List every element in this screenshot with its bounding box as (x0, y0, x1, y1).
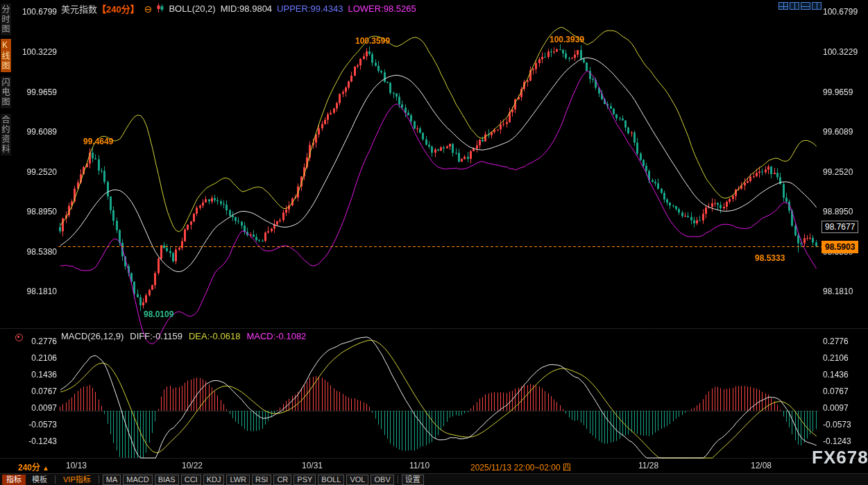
sidebar-item-contract-info[interactable]: 合约资料 (1, 114, 11, 155)
toolbar-btn-cr[interactable]: CR (273, 475, 291, 485)
macd-axis-label: 0.1436 (19, 370, 57, 380)
toolbar-separator (398, 475, 398, 484)
price-tag-current: 98.5903 (822, 241, 858, 253)
macd-axis-label: -0.0573 (19, 420, 57, 429)
macd-axis-label: 0.0097 (823, 403, 866, 413)
x-axis-label: 10/13 (66, 461, 87, 470)
y-axis-label: 99.6089 (19, 127, 57, 137)
macd-axis-label: 0.2106 (823, 353, 866, 363)
price-annotation-low2: 98.5333 (755, 253, 785, 263)
x-axis-label: 11/10 (409, 461, 429, 470)
timeframe-text: 240分 (18, 463, 40, 473)
y-axis-label: 100.3229 (823, 47, 866, 57)
macd-params: MACD(26,12,9) (61, 331, 124, 341)
boll-upper-value: UPPER:99.4343 (277, 3, 343, 14)
y-axis-label: 98.1810 (19, 287, 57, 296)
price-tag-secondary: 98.7677 (822, 221, 858, 233)
toolbar-btn-obv[interactable]: OBV (371, 475, 393, 485)
brand-watermark: FX678 (812, 447, 868, 468)
toolbar-btn-macd[interactable]: MACD (123, 475, 152, 485)
y-axis-label: 100.3229 (19, 47, 57, 57)
candle-chart-icon[interactable] (157, 3, 164, 15)
bottom-toolbar: 指标 模板 VIP指标 MA MACD BIAS CCI KDJ LWR RSI… (0, 473, 868, 485)
remove-indicator-icon[interactable]: ⊖ (144, 5, 153, 13)
x-axis-label: 12/08 (751, 461, 772, 470)
toolbar-separator (55, 475, 56, 484)
x-axis-label: 10/22 (182, 461, 203, 470)
up-arrow-icon: ▲ (42, 464, 49, 472)
toolbar-btn-cci[interactable]: CCI (181, 475, 201, 485)
sidebar-item-timeshare[interactable]: 分时图 (1, 3, 11, 35)
sidebar-item-flash[interactable]: 闪电图 (1, 76, 11, 108)
y-axis-label: 99.6089 (823, 127, 866, 137)
y-axis-label: 98.8950 (19, 207, 57, 216)
toolbar-btn-vol[interactable]: VOL (346, 475, 368, 485)
macd-axis-label: 0.2106 (19, 353, 57, 363)
boll-mid-value: MID:98.9804 (221, 3, 272, 14)
macd-axis-label: 0.2776 (823, 337, 866, 346)
y-axis-label: 98.8950 (823, 207, 866, 216)
price-annotation-high1: 99.4649 (83, 137, 113, 146)
trading-app-window: 美元指数【240分】 ⊖ BOLL(20,2) MID:98.9804 UPPE… (0, 0, 868, 485)
symbol-name: 美元指数 (61, 4, 97, 15)
y-axis-label: 98.1810 (823, 287, 866, 296)
macd-header: MACD(26,12,9) DIFF:-0.1159 DEA:-0.0618 M… (61, 331, 306, 341)
y-axis-label: 100.6799 (823, 7, 866, 17)
toolbar-btn-rsi[interactable]: RSI (252, 475, 271, 485)
boll-label: BOLL(20,2) (169, 3, 215, 14)
price-annotation-high3: 100.3939 (550, 35, 584, 44)
layout-hsplit-icon[interactable] (801, 2, 810, 10)
price-annotation-low1: 98.0109 (144, 309, 173, 319)
toolbar-btn-psy[interactable]: PSY (293, 475, 316, 485)
x-axis-label: 10/31 (302, 461, 323, 470)
chart-header: 美元指数【240分】 ⊖ BOLL(20,2) MID:98.9804 UPPE… (61, 2, 416, 15)
macd-axis-label: 0.0767 (19, 386, 57, 396)
y-axis-label: 99.2520 (19, 167, 57, 177)
macd-hist-value: MACD:-0.1082 (246, 331, 306, 341)
macd-axis-label: 0.0767 (823, 386, 866, 396)
toolbar-tab-vip-indicators[interactable]: VIP指标 (59, 475, 95, 485)
layout-grid-icon[interactable] (778, 2, 788, 10)
macd-axis-label: -0.0573 (823, 420, 866, 429)
period-label: 【240分】 (97, 4, 139, 15)
sidebar-item-kline[interactable]: K线图 (1, 39, 11, 72)
y-axis-label: 99.9659 (823, 87, 866, 97)
toolbar-separator (99, 475, 99, 484)
timeframe-label[interactable]: 240分▲ (18, 461, 49, 473)
indicator-dot-icon[interactable] (15, 334, 23, 341)
macd-axis-label: 0.0097 (19, 403, 57, 413)
toolbar-btn-kdj[interactable]: KDJ (203, 475, 225, 485)
toolbar-btn-bias[interactable]: BIAS (155, 475, 179, 485)
layout-vsplit-icon[interactable] (790, 2, 799, 10)
macd-diff-value: DIFF:-0.1159 (130, 331, 182, 341)
toolbar-btn-settings[interactable]: 设置 (402, 475, 424, 485)
toolbar-btn-lwr[interactable]: LWR (226, 475, 250, 485)
window-layout-controls (778, 2, 822, 10)
toolbar-btn-ma[interactable]: MA (103, 475, 121, 485)
toolbar-btn-boll[interactable]: BOLL (318, 475, 344, 485)
price-annotation-high2: 100.3599 (355, 36, 390, 46)
toolbar-tab-templates[interactable]: 模板 (28, 475, 51, 485)
x-axis-label: 11/28 (638, 461, 658, 470)
candlestick-chart-canvas[interactable] (0, 0, 868, 473)
layout-single-icon[interactable] (812, 2, 822, 10)
macd-axis-label: -0.1243 (19, 436, 57, 446)
toolbar-tab-indicators[interactable]: 指标 (2, 475, 26, 485)
y-axis-label: 99.9659 (19, 87, 57, 97)
macd-dea-value: DEA:-0.0618 (189, 331, 240, 341)
y-axis-label: 98.5380 (19, 247, 57, 257)
y-axis-label: 99.2520 (823, 167, 866, 177)
boll-lower-value: LOWER:98.5265 (348, 3, 416, 14)
macd-axis-label: 0.2776 (19, 337, 57, 346)
y-axis-label: 100.6799 (19, 7, 57, 17)
macd-axis-label: 0.1436 (823, 370, 866, 380)
macd-axis-label: -0.1243 (823, 436, 866, 446)
highlighted-datetime: 2025/11/13 22:00~02:00 四 (470, 461, 571, 473)
